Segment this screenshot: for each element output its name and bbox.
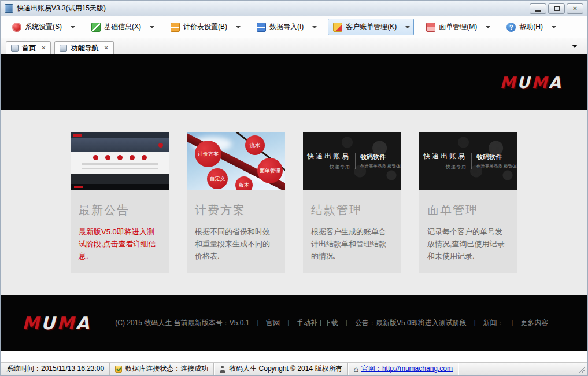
card-text: 根据不同的省份和时效和重量段来生成不同的价格表. — [195, 226, 277, 262]
card-title: 最新公告 — [79, 202, 161, 218]
customer-bill-icon — [333, 23, 342, 32]
toolbar-label: 帮助(H) — [519, 22, 543, 32]
toolbar-label: 系统设置(S) — [25, 22, 62, 32]
system-settings-icon — [12, 23, 21, 32]
tab-close-icon[interactable]: ✕ — [103, 45, 108, 51]
card-pricing[interactable]: 计价方案 流水 自定义 面单管理 版本 计费方案 根据不同的省份和时效和重量段来… — [187, 132, 285, 273]
tab-home[interactable]: 首页 ✕ — [6, 41, 51, 54]
maximize-icon — [554, 6, 560, 11]
chevron-down-icon — [71, 26, 75, 28]
status-bar: 系统时间：2015/11/13 16:23:00 数据库连接状态：连接成功 牧码… — [1, 362, 587, 375]
card-settlement[interactable]: 快递出账易 快递专用 牧码软件 创造完美品质 极致体验 结款管理 根据客户生成的… — [303, 132, 401, 273]
chevron-down-icon — [552, 26, 556, 28]
logo-letter: U — [517, 73, 530, 91]
status-website: ⌂ 官网：http://mumachang.com — [348, 363, 458, 375]
separator: | — [346, 319, 347, 326]
toolbar-label: 基础信息(X) — [104, 22, 141, 32]
dropdown-arrow-button[interactable] — [309, 26, 317, 28]
brand-subtext: 快递专用 — [307, 164, 350, 170]
footer-notice: 公告：最新版V5.0即将进入测试阶段 — [355, 318, 467, 328]
separator: | — [257, 319, 258, 326]
pricing-bubble: 计价方案 — [195, 141, 221, 167]
footer-banner: M U M A (C) 2015 牧码人生 当前最新版本号：V5.0.1 | 官… — [1, 295, 587, 351]
pricing-bubble: 流水 — [245, 135, 265, 155]
close-icon: ✕ — [572, 6, 577, 12]
pricing-bubble: 版本 — [235, 176, 253, 190]
footer-link-more[interactable]: 更多内容 — [520, 318, 548, 328]
footer-link-patch-download[interactable]: 手动补丁下载 — [297, 318, 338, 328]
toolbar-button-customer-bills[interactable]: 客户账单管理(K) — [328, 19, 414, 35]
card-title: 结款管理 — [311, 202, 393, 218]
dropdown-arrow-button[interactable] — [146, 26, 154, 28]
status-copyright: 牧码人生 Copyright © 2014 版权所有 — [214, 363, 348, 375]
logo-letter: A — [76, 313, 90, 333]
toolbar-button-waybill[interactable]: 面单管理(M) — [421, 19, 494, 35]
brand-text: 快递出账易 — [423, 152, 467, 161]
announcement-link-text[interactable]: 最新版V5.0即将进入测试阶段,点击查看详细信息. — [79, 226, 161, 262]
slogan-text: 创造完美品质 极致体验 — [360, 164, 401, 169]
chevron-down-icon — [486, 26, 490, 28]
toolbar-label: 计价表设置(B) — [183, 22, 227, 32]
tab-close-icon[interactable]: ✕ — [41, 45, 46, 51]
person-icon — [219, 366, 226, 373]
hero-banner: M U M A — [1, 54, 587, 110]
dropdown-arrow-button[interactable] — [232, 26, 241, 28]
dropdown-arrow-button[interactable] — [548, 26, 556, 28]
pricing-bubble: 自定义 — [207, 168, 228, 189]
page-icon — [60, 45, 67, 52]
dropdown-arrow-button[interactable] — [482, 26, 490, 28]
company-text: 牧码软件 — [476, 153, 517, 161]
copyright-text: 牧码人生 Copyright © 2014 版权所有 — [229, 364, 342, 374]
card-announcement[interactable]: 最新公告 最新版V5.0即将进入测试阶段,点击查看详细信息. — [71, 132, 169, 273]
system-time-text: 系统时间：2015/11/13 16:23:00 — [6, 364, 104, 374]
card-title: 面单管理 — [427, 202, 509, 218]
price-table-icon — [171, 23, 180, 32]
card-text: 记录每个客户的单号发放情况,查询已使用记录和未使用记录. — [427, 226, 509, 262]
muma-logo: M U M A — [500, 73, 561, 91]
close-button[interactable]: ✕ — [567, 3, 583, 14]
website-link[interactable]: 官网：http://mumachang.com — [361, 364, 453, 374]
status-db-connection: 数据库连接状态：连接成功 — [110, 363, 214, 375]
tab-navigation[interactable]: 功能导航 ✕ — [54, 41, 113, 54]
chevron-down-icon — [312, 26, 317, 28]
bottom-gap — [1, 351, 587, 362]
help-icon: ? — [506, 23, 516, 32]
toolbar-button-price-table[interactable]: 计价表设置(B) — [165, 19, 245, 35]
toolbar-button-data-import[interactable]: 数据导入(I) — [252, 19, 321, 35]
toolbar-button-system-settings[interactable]: 系统设置(S) — [7, 19, 79, 35]
app-window: 快递出账易V3.3(试用15天版) ✕ 系统设置(S) 基础信息(X) 计价表设… — [0, 0, 588, 376]
toolbar-button-basic-info[interactable]: 基础信息(X) — [86, 19, 158, 35]
logo-letter: M — [500, 73, 516, 91]
database-icon — [115, 366, 122, 373]
home-content: 最新公告 最新版V5.0即将进入测试阶段,点击查看详细信息. 计价方案 流水 自… — [1, 110, 587, 295]
tab-label: 首页 — [22, 43, 36, 53]
window-title: 快递出账易V3.3(试用15天版) — [17, 3, 106, 13]
toolbar-button-help[interactable]: ? 帮助(H) — [501, 19, 560, 35]
settlement-thumbnail: 快递出账易 快递专用 牧码软件 创造完美品质 极致体验 — [303, 132, 401, 190]
muma-logo: M U M A — [22, 313, 90, 333]
footer-news-label: 新闻： — [483, 318, 504, 328]
minimize-button[interactable] — [530, 3, 546, 14]
db-status-text: 数据库连接状态：连接成功 — [125, 364, 208, 374]
dropdown-arrow-button[interactable] — [67, 26, 75, 28]
company-text: 牧码软件 — [360, 153, 401, 161]
tab-bar: 首页 ✕ 功能导航 ✕ — [1, 38, 587, 54]
maximize-button[interactable] — [548, 3, 565, 14]
logo-letter: A — [549, 73, 561, 91]
edit-icon — [91, 23, 101, 32]
brand-subtext: 快递专用 — [423, 164, 467, 170]
logo-letter: M — [22, 313, 40, 333]
separator: | — [512, 319, 513, 326]
dropdown-arrow-button[interactable] — [402, 26, 410, 28]
toolbar-label: 面单管理(M) — [439, 22, 477, 32]
footer-copyright: (C) 2015 牧码人生 当前最新版本号：V5.0.1 — [115, 318, 249, 328]
status-system-time: 系统时间：2015/11/13 16:23:00 — [1, 363, 110, 375]
chevron-down-icon — [150, 26, 154, 28]
announcement-thumbnail — [71, 132, 169, 190]
resize-grip[interactable] — [578, 366, 585, 373]
tab-list-dropdown-icon[interactable] — [572, 45, 578, 48]
card-waybill[interactable]: 快递出账易 快递专用 牧码软件 创造完美品质 极致体验 面单管理 记录每个客户的… — [419, 132, 517, 273]
toolbar-label: 数据导入(I) — [269, 22, 304, 32]
pricing-thumbnail: 计价方案 流水 自定义 面单管理 版本 — [187, 132, 285, 190]
footer-link-website[interactable]: 官网 — [266, 318, 280, 328]
